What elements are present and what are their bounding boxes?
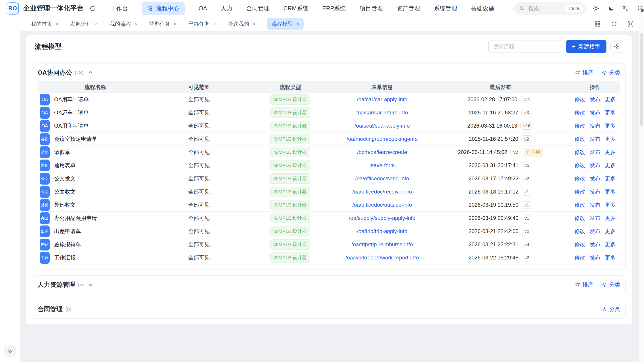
- row-action-more[interactable]: 更多: [605, 162, 616, 169]
- row-action-publish[interactable]: 发布: [590, 162, 600, 169]
- row-action-publish[interactable]: 发布: [590, 254, 600, 261]
- sidebar-expand-button[interactable]: »: [4, 345, 16, 357]
- form-info-link[interactable]: /oa/meetingroom/booking-info: [346, 136, 418, 142]
- tab-cc-me[interactable]: 抄送我的×: [222, 17, 261, 31]
- row-action-publish[interactable]: 发布: [590, 215, 600, 222]
- close-icon[interactable]: ×: [252, 21, 255, 26]
- row-action-more[interactable]: 更多: [605, 122, 616, 129]
- focus-mode-icon[interactable]: [622, 17, 639, 31]
- row-action-publish[interactable]: 发布: [590, 188, 600, 195]
- nav-item-oa[interactable]: OA: [198, 5, 207, 12]
- row-action-more[interactable]: 更多: [605, 96, 616, 103]
- row-action-edit[interactable]: 修改: [574, 188, 585, 195]
- row-action-edit[interactable]: 修改: [574, 175, 585, 182]
- nav-item-asset[interactable]: 资产管理: [397, 4, 420, 12]
- form-info-link[interactable]: /oa/trip/trip-reimburse-info: [351, 241, 413, 248]
- close-icon[interactable]: ×: [174, 21, 177, 26]
- chevron-down-icon[interactable]: [88, 282, 94, 288]
- form-info-link[interactable]: /oa/car/car-return-info: [356, 109, 408, 116]
- category-action[interactable]: 分类: [602, 306, 620, 313]
- form-info-link[interactable]: /bpm/oa/leave/create: [357, 149, 407, 155]
- timezone-icon[interactable]: [636, 4, 644, 13]
- form-info-link[interactable]: /oa/officedoc/outside-info: [352, 202, 412, 208]
- row-action-publish[interactable]: 发布: [590, 135, 600, 143]
- row-action-edit[interactable]: 修改: [574, 122, 585, 129]
- dark-mode-icon[interactable]: [606, 4, 616, 13]
- nav-refresh-icon[interactable]: [90, 5, 96, 12]
- row-action-more[interactable]: 更多: [605, 149, 616, 156]
- row-action-more[interactable]: 更多: [605, 201, 616, 209]
- settings-icon[interactable]: [592, 4, 600, 13]
- tab-start-process[interactable]: 发起流程×: [64, 17, 104, 31]
- row-action-publish[interactable]: 发布: [590, 149, 600, 156]
- scrollbar-thumb[interactable]: [640, 33, 643, 126]
- tab-process-models[interactable]: 流程模型×: [261, 17, 310, 31]
- form-info-link[interactable]: leave-form: [370, 162, 395, 168]
- tab-my-process[interactable]: 我的流程×: [104, 17, 143, 31]
- row-action-edit[interactable]: 修改: [574, 162, 585, 169]
- row-action-edit[interactable]: 修改: [574, 228, 585, 235]
- row-action-more[interactable]: 更多: [605, 135, 616, 143]
- app-logo[interactable]: RO: [7, 2, 19, 14]
- category-action[interactable]: 分类: [602, 281, 620, 288]
- tab-done-tasks[interactable]: 已办任务×: [182, 17, 222, 31]
- close-icon[interactable]: ×: [95, 21, 98, 26]
- language-icon[interactable]: 文A: [621, 4, 630, 13]
- row-action-publish[interactable]: 发布: [590, 201, 600, 209]
- form-info-link[interactable]: /oa/car/car-apply-info: [357, 96, 407, 103]
- row-action-edit[interactable]: 修改: [574, 135, 585, 143]
- category-action[interactable]: 分类: [602, 69, 620, 76]
- nav-item-process-center[interactable]: 流程中心: [142, 1, 185, 15]
- row-action-more[interactable]: 更多: [605, 188, 616, 195]
- page-scrollbar[interactable]: [639, 17, 644, 362]
- row-action-edit[interactable]: 修改: [574, 241, 585, 248]
- tab-my-home[interactable]: 我的首页×: [25, 17, 64, 31]
- row-action-edit[interactable]: 修改: [574, 215, 585, 222]
- close-icon[interactable]: ×: [296, 21, 299, 26]
- form-info-link[interactable]: /oa/supply/supply-apply-info: [349, 215, 416, 221]
- row-action-edit[interactable]: 修改: [574, 96, 585, 103]
- sort-action[interactable]: 排序: [575, 69, 593, 76]
- row-action-more[interactable]: 更多: [605, 254, 616, 261]
- row-action-more[interactable]: 更多: [605, 215, 616, 222]
- form-info-link[interactable]: /oa/officedoc/send-info: [355, 175, 409, 182]
- row-action-edit[interactable]: 修改: [574, 109, 585, 116]
- close-icon[interactable]: ×: [56, 21, 58, 26]
- process-search-input[interactable]: [488, 40, 562, 53]
- tab-todo-tasks[interactable]: 待办任务×: [143, 17, 182, 31]
- nav-item-hr[interactable]: 人力: [221, 4, 232, 12]
- row-action-publish[interactable]: 发布: [590, 122, 600, 129]
- nav-item-contract[interactable]: 合同管理: [246, 4, 270, 12]
- nav-item-crm[interactable]: CRM系统: [284, 4, 308, 12]
- layout-grid-icon[interactable]: [589, 17, 606, 31]
- new-model-button[interactable]: + 新建模型: [566, 40, 606, 53]
- panel-settings-button[interactable]: [610, 40, 623, 53]
- close-icon[interactable]: ×: [213, 21, 216, 26]
- form-info-link[interactable]: /oa/seal/seal-apply-info: [354, 123, 410, 129]
- row-action-publish[interactable]: 发布: [590, 96, 600, 103]
- nav-item-erp[interactable]: ERP系统: [322, 4, 346, 12]
- row-action-more[interactable]: 更多: [605, 228, 616, 235]
- row-action-edit[interactable]: 修改: [574, 149, 585, 156]
- row-action-edit[interactable]: 修改: [574, 254, 585, 261]
- form-info-link[interactable]: /oa/officedoc/receive-info: [352, 189, 412, 195]
- close-icon[interactable]: ×: [134, 21, 137, 26]
- form-info-link[interactable]: /oa/trip/trip-apply-info: [357, 228, 407, 234]
- row-action-more[interactable]: 更多: [605, 109, 616, 116]
- row-action-more[interactable]: 更多: [605, 241, 616, 248]
- form-info-link[interactable]: /oa/workreport/work-report-info: [346, 255, 419, 261]
- nav-item-system[interactable]: 系统管理: [434, 4, 457, 12]
- sort-action[interactable]: 排序: [575, 281, 593, 288]
- row-action-publish[interactable]: 发布: [590, 241, 600, 248]
- row-action-publish[interactable]: 发布: [590, 175, 600, 182]
- refresh-tab-icon[interactable]: [606, 17, 622, 31]
- nav-item-workbench[interactable]: 工作台: [110, 4, 128, 12]
- nav-item-project[interactable]: 项目管理: [360, 4, 383, 12]
- chevron-up-icon[interactable]: [88, 70, 93, 75]
- row-action-edit[interactable]: 修改: [574, 201, 585, 209]
- row-action-more[interactable]: 更多: [605, 175, 616, 182]
- global-search[interactable]: 搜索 Ctrl K: [514, 2, 586, 15]
- nav-item-more[interactable]: ···: [508, 5, 514, 12]
- nav-item-infrastructure[interactable]: 基础设施: [471, 4, 494, 12]
- row-action-publish[interactable]: 发布: [590, 228, 600, 235]
